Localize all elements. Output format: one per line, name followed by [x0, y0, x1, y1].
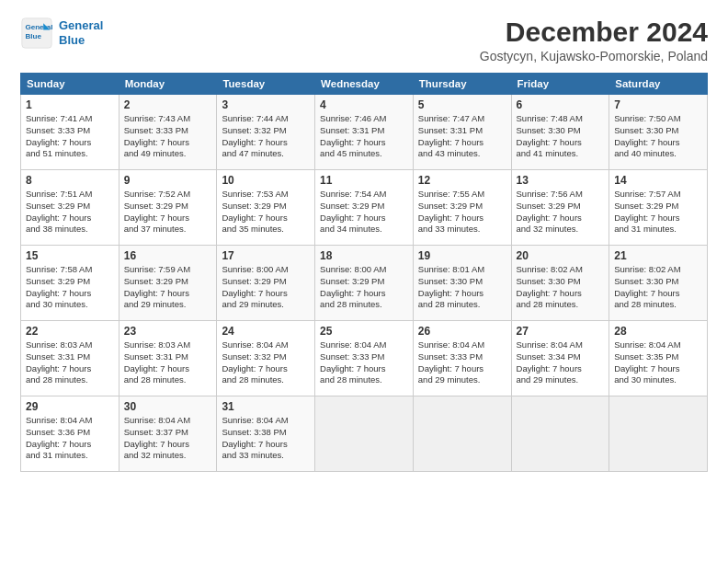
day-info-line: and 33 minutes. [418, 224, 506, 236]
logo-line1: General [59, 18, 103, 32]
day-number: 11 [320, 174, 408, 187]
col-monday: Monday [119, 74, 217, 95]
day-info-line: and 28 minutes. [124, 374, 212, 386]
calendar-cell: 22Sunrise: 8:03 AMSunset: 3:31 PMDayligh… [21, 321, 119, 396]
day-info-line: and 28 minutes. [517, 299, 605, 311]
day-info-line: Daylight: 7 hours [124, 363, 212, 375]
day-info-line: Sunrise: 8:02 AM [614, 264, 702, 276]
day-number: 13 [517, 174, 605, 187]
calendar-cell: 25Sunrise: 8:04 AMSunset: 3:33 PMDayligh… [315, 321, 414, 396]
day-info-line: Sunrise: 8:00 AM [222, 264, 310, 276]
day-info-line: Sunrise: 7:46 AM [320, 113, 408, 125]
calendar-cell: 2Sunrise: 7:43 AMSunset: 3:33 PMDaylight… [119, 95, 217, 170]
day-info-line: Sunrise: 7:58 AM [26, 264, 114, 276]
calendar-cell [511, 396, 609, 472]
day-info-line: Daylight: 7 hours [320, 363, 408, 375]
day-number: 24 [222, 325, 310, 338]
day-info-line: Daylight: 7 hours [26, 439, 114, 451]
day-number: 3 [222, 98, 310, 111]
day-info-line: Sunset: 3:33 PM [320, 351, 408, 363]
logo: General Blue General Blue [20, 17, 103, 50]
day-info-line: Daylight: 7 hours [517, 363, 605, 375]
day-info-line: Sunset: 3:30 PM [614, 125, 702, 137]
day-number: 1 [26, 98, 114, 111]
day-info-line: Daylight: 7 hours [517, 288, 605, 300]
day-info-line: Daylight: 7 hours [418, 137, 506, 149]
calendar-cell: 28Sunrise: 8:04 AMSunset: 3:35 PMDayligh… [609, 321, 708, 396]
calendar-title: December 2024 [480, 17, 708, 47]
day-info-line: Daylight: 7 hours [418, 288, 506, 300]
day-number: 7 [614, 98, 702, 111]
day-info-line: and 40 minutes. [614, 148, 702, 160]
calendar-cell: 18Sunrise: 8:00 AMSunset: 3:29 PMDayligh… [315, 246, 414, 321]
day-info-line: and 28 minutes. [26, 374, 114, 386]
day-info-line: and 34 minutes. [320, 224, 408, 236]
calendar-week-2: 8Sunrise: 7:51 AMSunset: 3:29 PMDaylight… [21, 170, 708, 246]
calendar-cell: 30Sunrise: 8:04 AMSunset: 3:37 PMDayligh… [119, 396, 217, 472]
day-number: 18 [320, 249, 408, 262]
calendar-cell: 19Sunrise: 8:01 AMSunset: 3:30 PMDayligh… [413, 246, 511, 321]
day-info-line: Sunrise: 7:56 AM [517, 189, 605, 201]
day-number: 23 [124, 325, 212, 338]
calendar-week-5: 29Sunrise: 8:04 AMSunset: 3:36 PMDayligh… [21, 396, 708, 472]
day-info-line: Sunrise: 7:44 AM [222, 113, 310, 125]
day-info-line: Sunrise: 7:51 AM [26, 189, 114, 201]
calendar-cell [609, 396, 708, 472]
calendar-cell: 29Sunrise: 8:04 AMSunset: 3:36 PMDayligh… [21, 396, 119, 472]
calendar-body: 1Sunrise: 7:41 AMSunset: 3:33 PMDaylight… [21, 95, 708, 472]
header: General Blue General Blue December 2024 … [20, 17, 708, 63]
day-info-line: Sunset: 3:30 PM [418, 276, 506, 288]
logo-line2: Blue [59, 33, 85, 47]
day-info-line: and 28 minutes. [320, 374, 408, 386]
day-info-line: Sunset: 3:29 PM [320, 276, 408, 288]
calendar-cell: 10Sunrise: 7:53 AMSunset: 3:29 PMDayligh… [217, 170, 315, 246]
day-info-line: and 28 minutes. [222, 374, 310, 386]
calendar-cell: 8Sunrise: 7:51 AMSunset: 3:29 PMDaylight… [21, 170, 119, 246]
day-info-line: and 41 minutes. [517, 148, 605, 160]
day-info-line: Sunrise: 7:43 AM [124, 113, 212, 125]
day-info-line: Daylight: 7 hours [517, 137, 605, 149]
day-info-line: Sunrise: 7:55 AM [418, 189, 506, 201]
day-info-line: Sunset: 3:29 PM [517, 201, 605, 213]
day-info-line: and 29 minutes. [222, 299, 310, 311]
day-info-line: and 37 minutes. [124, 224, 212, 236]
day-info-line: Sunset: 3:33 PM [26, 125, 114, 137]
day-info-line: Daylight: 7 hours [222, 213, 310, 224]
day-info-line: Daylight: 7 hours [124, 288, 212, 300]
day-info-line: and 28 minutes. [320, 299, 408, 311]
day-info-line: Daylight: 7 hours [614, 288, 702, 300]
day-number: 2 [124, 98, 212, 111]
day-info-line: Sunset: 3:29 PM [26, 201, 114, 213]
day-info-line: Sunrise: 7:54 AM [320, 189, 408, 201]
day-info-line: Daylight: 7 hours [26, 363, 114, 375]
calendar-table: Sunday Monday Tuesday Wednesday Thursday… [20, 73, 708, 472]
day-info-line: Sunrise: 8:04 AM [517, 339, 605, 351]
day-info-line: Sunrise: 7:59 AM [124, 264, 212, 276]
day-info-line: and 29 minutes. [517, 374, 605, 386]
day-info-line: Daylight: 7 hours [222, 137, 310, 149]
day-info-line: Daylight: 7 hours [26, 288, 114, 300]
day-info-line: and 51 minutes. [26, 148, 114, 160]
day-number: 8 [26, 174, 114, 187]
calendar-cell: 15Sunrise: 7:58 AMSunset: 3:29 PMDayligh… [21, 246, 119, 321]
day-info-line: Sunrise: 8:02 AM [517, 264, 605, 276]
calendar-cell: 31Sunrise: 8:04 AMSunset: 3:38 PMDayligh… [217, 396, 315, 472]
calendar-cell: 17Sunrise: 8:00 AMSunset: 3:29 PMDayligh… [217, 246, 315, 321]
day-info-line: and 28 minutes. [614, 299, 702, 311]
col-sunday: Sunday [21, 74, 119, 95]
day-info-line: Sunrise: 8:04 AM [26, 415, 114, 427]
day-info-line: and 31 minutes. [26, 450, 114, 462]
day-info-line: Sunset: 3:29 PM [124, 201, 212, 213]
day-info-line: Daylight: 7 hours [614, 137, 702, 149]
day-info-line: and 30 minutes. [26, 299, 114, 311]
day-info-line: Sunrise: 8:01 AM [418, 264, 506, 276]
calendar-cell [413, 396, 511, 472]
col-thursday: Thursday [413, 74, 511, 95]
day-info-line: Sunset: 3:31 PM [320, 125, 408, 137]
day-info-line: Sunset: 3:37 PM [124, 427, 212, 439]
day-info-line: Sunrise: 7:53 AM [222, 189, 310, 201]
day-info-line: Sunrise: 8:04 AM [320, 339, 408, 351]
calendar-subtitle: Gostycyn, Kujawsko-Pomorskie, Poland [480, 49, 708, 63]
calendar-cell: 23Sunrise: 8:03 AMSunset: 3:31 PMDayligh… [119, 321, 217, 396]
day-info-line: Daylight: 7 hours [614, 213, 702, 224]
